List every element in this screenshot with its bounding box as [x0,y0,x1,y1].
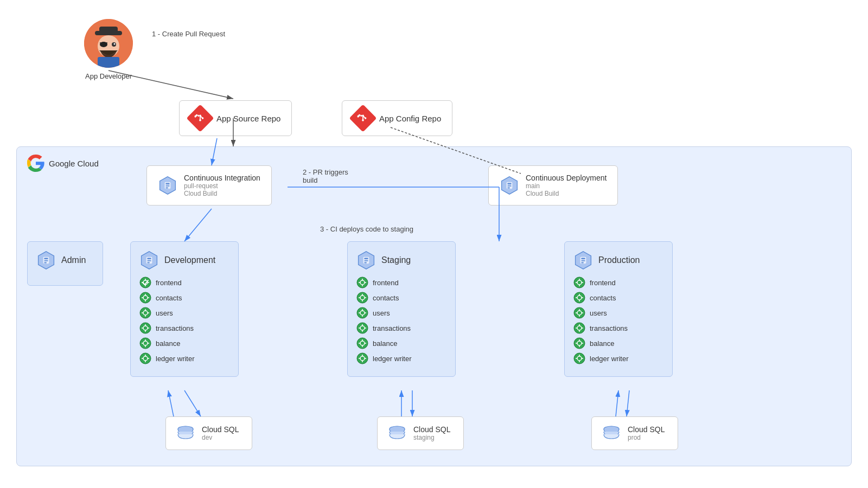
staging-cluster-header: Staging [356,251,446,270]
developer-face-icon [84,19,133,68]
admin-cluster-box: Admin [27,241,103,286]
svg-rect-26 [147,258,151,260]
admin-cluster-label: Admin [61,255,86,265]
cd-gke-icon [500,176,519,195]
service-icon-6 [139,352,151,364]
prod-gke-icon [573,251,593,270]
service-icon [139,277,151,288]
prod-service-contacts: contacts [573,292,663,304]
dev-cluster-header: Development [139,251,229,270]
gcp-logo: Google Cloud [27,155,99,172]
app-config-repo-box: App Config Repo [342,100,452,136]
service-icon-5 [139,337,151,349]
sql-staging-subtitle: staging [413,434,450,441]
svg-rect-109 [581,260,585,261]
svg-rect-27 [147,260,151,261]
annotation-3: 3 - CI deploys code to staging [320,225,413,233]
dev-service-transactions: transactions [139,322,229,334]
sql-dev-title: Cloud SQL [202,425,239,434]
sql-staging-icon [387,423,407,443]
service-icon-3 [139,307,151,319]
svg-rect-28 [147,262,150,264]
diagram-container: Google Cloud [0,0,868,488]
staging-cluster-box: Staging frontend contacts users transact… [347,241,456,377]
svg-rect-67 [364,258,368,260]
cd-build-sub1: main [526,182,607,190]
svg-point-7 [114,43,116,45]
dev-service-contacts: contacts [139,292,229,304]
staging-service-balance: balance [356,337,446,349]
developer-label: App Developer [85,72,132,80]
cd-build-text: Continuous Deployment main Cloud Build [526,174,607,197]
ci-build-box: Continuous Integration pull-request Clou… [146,165,272,206]
dev-cluster-box: Development frontend contacts users [130,241,239,377]
prod-service-balance: balance [573,337,663,349]
ci-build-text: Continuous Integration pull-request Clou… [184,174,260,197]
app-source-repo-label: App Source Repo [216,114,280,123]
svg-rect-2 [99,27,118,35]
svg-rect-17 [507,185,511,187]
staging-service-transactions: transactions [356,322,446,334]
staging-service-ledger: ledger writer [356,352,446,364]
svg-rect-69 [364,262,367,264]
svg-rect-108 [581,258,585,260]
dev-service-frontend: frontend [139,277,229,288]
sql-prod-subtitle: prod [628,434,665,441]
sql-staging-title: Cloud SQL [413,425,450,434]
svg-rect-18 [507,188,510,189]
prod-cluster-header: Production [573,251,663,270]
staging-gke-icon [356,251,376,270]
app-config-repo-label: App Config Repo [379,114,441,123]
dev-service-balance: balance [139,337,229,349]
admin-gke-icon [36,251,56,270]
staging-service-users: users [356,307,446,319]
gcp-label: Google Cloud [49,159,99,168]
app-source-repo-box: App Source Repo [179,100,292,136]
developer-avatar: App Developer [84,19,133,80]
annotation-2: 2 - PR triggers build [303,168,348,184]
sql-dev-text: Cloud SQL dev [202,425,239,441]
sql-dev-subtitle: dev [202,434,239,441]
svg-rect-110 [581,262,584,264]
staging-service-frontend: frontend [356,277,446,288]
svg-rect-68 [364,260,368,261]
svg-rect-16 [507,183,511,185]
ci-build-sub2: Cloud Build [184,190,260,197]
ci-gke-icon [158,176,177,195]
git-icon-source [187,105,214,132]
sql-dev-box: Cloud SQL dev [165,416,252,450]
ci-build-sub1: pull-request [184,182,260,190]
git-icon-config [349,105,377,132]
svg-rect-8 [98,57,119,68]
annotation-1: 1 - Create Pull Request [152,30,225,38]
avatar [84,19,133,68]
prod-cluster-label: Production [598,255,640,265]
sql-prod-title: Cloud SQL [628,425,665,434]
prod-service-frontend: frontend [573,277,663,288]
svg-rect-23 [44,262,47,264]
dev-service-ledger: ledger writer [139,352,229,364]
cd-build-title: Continuous Deployment [526,174,607,182]
google-cloud-icon [27,155,44,172]
svg-rect-21 [44,258,48,260]
service-icon-2 [139,292,151,304]
svg-rect-12 [165,185,169,187]
cd-build-box: Continuous Deployment main Cloud Build [488,165,618,206]
cd-build-sub2: Cloud Build [526,190,607,197]
staging-service-contacts: contacts [356,292,446,304]
prod-cluster-box: Production frontend contacts users trans… [564,241,673,377]
sql-staging-text: Cloud SQL staging [413,425,450,441]
admin-cluster-header: Admin [36,251,94,270]
prod-service-users: users [573,307,663,319]
sql-prod-box: Cloud SQL prod [591,416,678,450]
prod-service-ledger: ledger writer [573,352,663,364]
staging-cluster-label: Staging [381,255,411,265]
svg-rect-11 [165,183,169,185]
sql-dev-icon [176,423,195,443]
sql-prod-text: Cloud SQL prod [628,425,665,441]
dev-service-users: users [139,307,229,319]
prod-service-transactions: transactions [573,322,663,334]
ci-build-title: Continuous Integration [184,174,260,182]
sql-staging-box: Cloud SQL staging [377,416,464,450]
dev-gke-icon [139,251,159,270]
